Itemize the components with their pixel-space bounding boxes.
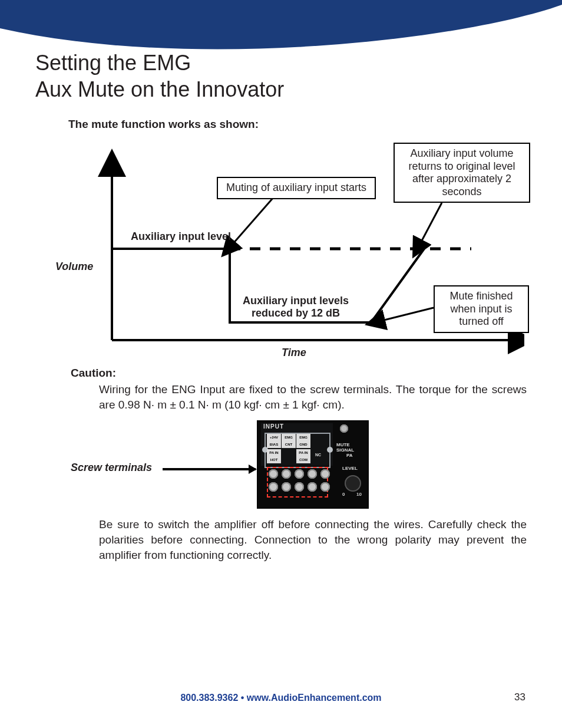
caution-text: Wiring for the ENG Input are fixed to th…	[99, 382, 527, 412]
arrow-icon	[163, 468, 256, 470]
reduced-label: Auxiliary input levels reduced by 12 dB	[231, 295, 361, 319]
panel-label: PA IN	[296, 449, 310, 456]
terminal-photo: INPUT +24V EMG EMG BIAS CNT GND PA IN PA…	[257, 420, 369, 509]
title-line-1: Setting the EMG	[35, 51, 191, 75]
screw-row-2	[269, 482, 330, 492]
page-title: Setting the EMG Aux Mute on the Innovato…	[35, 50, 527, 103]
svg-line-4	[421, 203, 442, 243]
panel-label: HOT	[267, 456, 281, 463]
nc-label: NC	[315, 453, 321, 457]
intro-text: The mute function works as shown:	[68, 118, 527, 131]
title-line-2: Aux Mute on the Innovator	[35, 77, 284, 101]
terminal-figure: Screw terminals INPUT +24V EMG EMG BIAS …	[71, 420, 477, 509]
y-axis-label: Volume	[55, 261, 93, 273]
caution-title: Caution:	[71, 367, 527, 380]
panel-label: GND	[296, 441, 310, 448]
svg-line-5	[382, 308, 434, 321]
panel-label: COM	[296, 456, 310, 463]
panel-label: PA IN	[267, 449, 281, 456]
panel-label: EMG	[296, 434, 310, 441]
panel-label: CNT	[282, 441, 296, 448]
mute-signal-text: MUTE SIGNAL	[336, 442, 368, 453]
panel-label: +24V	[267, 434, 281, 441]
screw-icon	[340, 424, 348, 433]
caution-block: Caution: Wiring for the ENG Input are fi…	[71, 367, 527, 412]
x-axis-label: Time	[282, 347, 306, 359]
scale-10: 10	[356, 492, 362, 497]
footer-url: www.AudioEnhancement.com	[247, 693, 382, 703]
screw-row-1	[269, 469, 330, 479]
mute-diagram: Muting of auxiliary input starts Auxilia…	[59, 137, 524, 355]
callout-mute-start: Muting of auxiliary input starts	[217, 177, 376, 199]
footer: 800.383.9362 • www.AudioEnhancement.com	[0, 693, 562, 703]
level-text: LEVEL	[342, 466, 358, 471]
scale-0: 0	[342, 492, 345, 497]
aux-level-label: Auxiliary input level	[131, 230, 231, 243]
precaution-text: Be sure to switch the amplifier off befo…	[99, 517, 527, 562]
pa-text: PA	[346, 453, 353, 458]
panel-label: EMG	[282, 434, 296, 441]
level-knob-icon	[345, 475, 361, 492]
screw-terminals-label: Screw terminals	[71, 462, 152, 474]
panel-label: BIAS	[267, 441, 281, 448]
footer-sep: •	[238, 693, 247, 703]
input-text: INPUT	[263, 423, 284, 430]
page-number: 33	[514, 691, 525, 703]
callout-return: Auxiliary input volume returns to origin…	[394, 143, 530, 203]
footer-phone: 800.383.9362	[180, 693, 238, 703]
callout-mute-end: Mute finished when input is turned off	[434, 285, 529, 333]
svg-line-3	[233, 197, 274, 244]
